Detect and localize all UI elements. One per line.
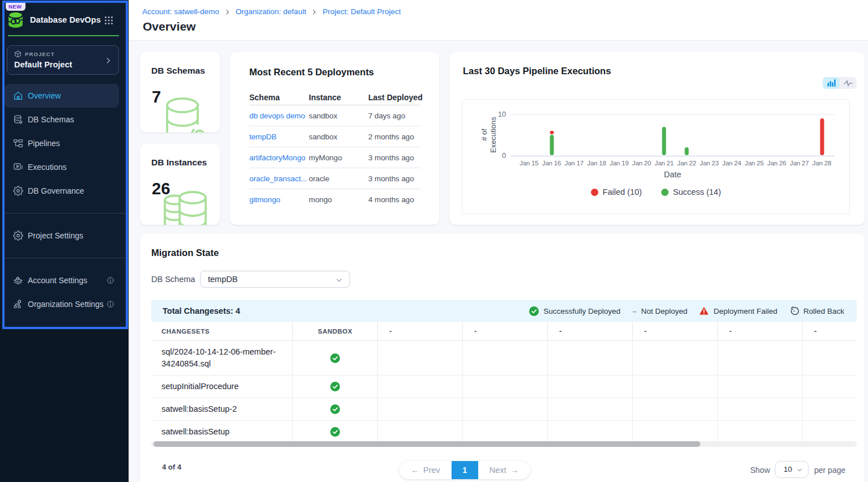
db-instances-card: DB Instances 26 bbox=[140, 144, 220, 225]
sidebar-item-project-settings[interactable]: Project Settings bbox=[5, 224, 126, 248]
empty-status-cell bbox=[718, 341, 803, 375]
sidebar-item-label: Project Settings bbox=[28, 231, 83, 240]
deployment-row: oracle_transact...oracle3 months ago bbox=[249, 168, 420, 189]
sandbox-status-cell bbox=[293, 376, 378, 398]
account-layers-icon bbox=[13, 275, 23, 285]
db-schema-select[interactable]: tempDB bbox=[200, 271, 350, 288]
check-circle-icon bbox=[529, 306, 539, 316]
x-axis-label: Date bbox=[664, 170, 682, 179]
x-tick-label: Jan 21 bbox=[655, 160, 674, 167]
empty-status-cell bbox=[378, 398, 463, 420]
legend-item: Failed (10) bbox=[591, 187, 642, 197]
breadcrumb-link[interactable]: Account: satwell-demo bbox=[142, 7, 219, 16]
sidebar-item-pipelines[interactable]: Pipelines bbox=[5, 131, 126, 155]
bar-success[interactable] bbox=[685, 147, 689, 155]
check-circle-icon bbox=[330, 427, 340, 437]
deployment-row: tempDBsandbox2 months ago bbox=[249, 126, 420, 147]
bar-success[interactable] bbox=[662, 127, 666, 155]
x-tick-label: Jan 19 bbox=[610, 160, 628, 167]
breadcrumb: Account: satwell-demoOrganization: defau… bbox=[142, 7, 401, 16]
schema-link[interactable]: gitmongo bbox=[249, 195, 280, 204]
pipeline-executions-card: Last 30 Days Pipeline Executions 010# of… bbox=[449, 52, 865, 225]
line-chart-icon[interactable] bbox=[840, 77, 857, 89]
stat-value: 7 bbox=[152, 88, 161, 106]
bar-failed[interactable] bbox=[820, 118, 824, 155]
changeset-row: satwell:basisSetup bbox=[151, 421, 857, 443]
total-changesets: Total Changesets: 4 bbox=[151, 306, 240, 315]
column-header: Last Deployed bbox=[368, 93, 420, 102]
sandbox-status-cell bbox=[293, 341, 378, 375]
per-page-label: per page bbox=[814, 466, 845, 475]
sidebar-item-label: DB Schemas bbox=[28, 115, 74, 124]
empty-status-cell bbox=[463, 341, 548, 375]
status-legend-item: Deployment Failed bbox=[699, 306, 777, 315]
empty-status-cell bbox=[718, 421, 803, 443]
sidebar-item-organization-settings[interactable]: Organization Settings bbox=[5, 292, 126, 316]
schema-link[interactable]: tempDB bbox=[249, 133, 276, 141]
deployment-row: artifactoryMongomyMongo3 months ago bbox=[249, 147, 420, 168]
status-legend-item: –Not Deployed bbox=[632, 307, 687, 315]
arrow-left-icon: ← bbox=[411, 466, 419, 474]
gear-icon bbox=[13, 231, 23, 241]
sidebar-item-label: Organization Settings bbox=[28, 300, 104, 309]
x-tick-label: Jan 23 bbox=[700, 160, 718, 167]
next-button[interactable]: Next → bbox=[478, 461, 530, 479]
x-tick-label: Jan 18 bbox=[587, 160, 606, 167]
cube-icon bbox=[14, 50, 22, 58]
arrow-right-icon: → bbox=[510, 466, 519, 474]
y-axis-label: # ofExecutions bbox=[480, 117, 497, 153]
schema-link[interactable]: db devops demo bbox=[249, 112, 305, 120]
breadcrumb-link[interactable]: Project: Default Project bbox=[322, 7, 401, 16]
check-circle-icon bbox=[330, 382, 340, 391]
recent-deployments-card: Most Recent 5 Deployments Schema Instanc… bbox=[230, 52, 439, 225]
apps-grid-icon[interactable] bbox=[104, 16, 113, 25]
changesets-column-header: SANDBOX bbox=[293, 322, 378, 340]
sidebar-item-db-schemas[interactable]: DB Schemas bbox=[5, 108, 126, 131]
info-icon[interactable] bbox=[107, 300, 114, 308]
empty-status-cell bbox=[633, 421, 718, 443]
last-deployed-cell: 3 months ago bbox=[368, 174, 420, 183]
schema-link[interactable]: oracle_transact... bbox=[249, 174, 307, 183]
changesets-column-header: - bbox=[378, 322, 463, 340]
bar-success[interactable] bbox=[550, 135, 554, 155]
check-circle-icon bbox=[330, 353, 340, 363]
y-tick-label: 0 bbox=[489, 152, 506, 160]
page-1-button[interactable]: 1 bbox=[452, 461, 478, 479]
empty-status-cell bbox=[633, 376, 718, 398]
prev-button[interactable]: ← Prev bbox=[399, 461, 452, 479]
sidebar-item-account-settings[interactable]: Account Settings bbox=[5, 268, 126, 292]
bar-failed[interactable] bbox=[550, 131, 554, 134]
chevron-right-icon bbox=[104, 57, 112, 65]
chart-type-toggle bbox=[823, 77, 857, 89]
project-selector[interactable]: PROJECT Default Project bbox=[7, 45, 119, 75]
brand-title: Database DevOps bbox=[30, 15, 101, 24]
scrollbar-thumb[interactable] bbox=[154, 441, 700, 447]
x-axis-line bbox=[510, 156, 835, 156]
instance-cell: mongo bbox=[309, 195, 368, 204]
sidebar-item-db-governance[interactable]: DB Governance bbox=[5, 179, 126, 203]
horizontal-scrollbar bbox=[151, 441, 857, 447]
instance-cell: oracle bbox=[309, 174, 368, 183]
instance-cell: sandbox bbox=[309, 133, 368, 141]
db-schemas-card: DB Schemas 7 bbox=[140, 52, 220, 133]
sidebar-item-executions[interactable]: Executions bbox=[5, 155, 126, 179]
changeset-name-cell: satwell:basisSetup-2 bbox=[151, 398, 293, 420]
empty-status-cell bbox=[633, 341, 718, 375]
empty-status-cell bbox=[463, 421, 548, 443]
check-circle-icon bbox=[330, 404, 340, 414]
sidebar-item-overview[interactable]: Overview bbox=[5, 84, 119, 108]
breadcrumb-separator-icon bbox=[311, 9, 317, 15]
sidebar-divider bbox=[5, 258, 126, 258]
empty-status-cell bbox=[803, 376, 857, 398]
deployments-title: Most Recent 5 Deployments bbox=[249, 67, 374, 78]
info-icon[interactable] bbox=[107, 276, 114, 284]
bar-chart-icon[interactable] bbox=[823, 77, 840, 89]
sidebar-item-label: Account Settings bbox=[28, 276, 87, 285]
breadcrumb-link[interactable]: Organization: default bbox=[236, 7, 307, 16]
x-tick-label: Jan 17 bbox=[565, 160, 584, 167]
changesets-table: Total Changesets: 4 Successfully Deploye… bbox=[151, 300, 857, 443]
schema-link[interactable]: artifactoryMongo bbox=[249, 153, 305, 162]
sidebar-item-label: DB Governance bbox=[28, 186, 84, 195]
page-size-select[interactable]: 10 bbox=[775, 461, 809, 478]
main-area: Account: satwell-demoOrganization: defau… bbox=[129, 0, 868, 482]
